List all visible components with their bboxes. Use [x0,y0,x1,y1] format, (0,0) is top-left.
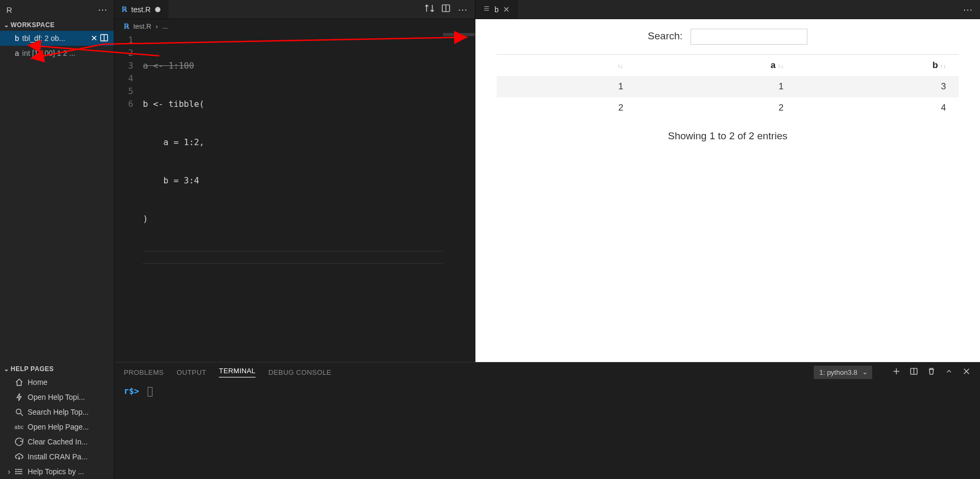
column-header-b[interactable]: b↑↓ [796,55,959,77]
code-editor[interactable]: 1 2 3 4 5 6 a <- 1:100 b <- tibble( a = … [114,33,475,290]
help-install-cran[interactable]: Install CRAN Pa... [0,449,114,464]
workspace-item-b[interactable]: b tbl_df: 2 ob... ✕ [0,31,114,46]
help-home[interactable]: Home [0,375,114,390]
new-terminal-icon[interactable] [892,367,900,377]
editor-more-icon[interactable]: ⋯ [458,4,467,15]
table-summary: Showing 1 to 2 of 2 entries [497,130,959,142]
code-line-6 [143,251,475,264]
help-open-topic[interactable]: Open Help Topi... [0,390,114,405]
close-icon[interactable]: ✕ [91,33,98,43]
breadcrumb[interactable]: ℝ test.R › ... [114,19,475,33]
help-search-topic[interactable]: Search Help Top... [0,405,114,419]
column-header-index[interactable]: ↑↓ [497,55,636,77]
sort-icon: ↑↓ [940,63,946,69]
workspace-section-header[interactable]: ⌄ WORKSPACE [0,19,114,31]
minimap[interactable] [443,33,475,36]
code-line-2: b <- tibble( [143,98,475,111]
code-line-4: b = 3:4 [143,174,475,187]
svg-point-8 [15,471,16,472]
tab-data-b[interactable]: b ✕ [475,0,518,19]
bottom-panel: PROBLEMS OUTPUT TERMINAL DEBUG CONSOLE 1… [114,362,980,479]
cloud-download-icon [14,452,24,461]
svg-line-3 [21,414,23,416]
chevron-down-icon: ⌄ [2,365,11,373]
terminal-cursor [148,387,152,397]
panel-tab-output[interactable]: OUTPUT [176,368,206,376]
sort-icon: ↑↓ [778,63,783,69]
sidebar: R ⋯ ⌄ WORKSPACE b tbl_df: 2 ob... ✕ a in… [0,0,114,479]
close-icon[interactable]: ✕ [503,5,510,14]
list-icon [14,467,24,476]
data-icon [483,5,490,14]
tab-test-r[interactable]: ℝ test.R [114,0,168,19]
kill-terminal-icon[interactable] [927,367,935,377]
panel-tab-debug[interactable]: DEBUG CONSOLE [268,368,331,376]
split-terminal-icon[interactable] [910,367,918,377]
lightning-icon [14,393,24,401]
chevron-down-icon: ⌄ [2,21,11,29]
table-row[interactable]: 1 1 3 [497,76,959,97]
sort-icon: ↑↓ [617,63,623,69]
line-gutter: 1 2 3 4 5 6 [114,34,143,289]
panel-tab-problems[interactable]: PROBLEMS [124,368,164,376]
maximize-panel-icon[interactable] [945,367,953,377]
r-file-icon: ℝ [122,5,127,13]
sidebar-more-icon[interactable]: ⋯ [98,4,107,15]
workspace-item-a[interactable]: a int [1:100] 1 2 ... [0,46,114,61]
open-viewer-icon[interactable] [100,33,108,44]
editor-pane-viewer: b ✕ ⋯ Search: [475,0,980,362]
svg-point-2 [16,409,21,414]
sidebar-title: R [6,5,12,14]
help-section-header[interactable]: ⌄ HELP PAGES [0,363,114,375]
help-topics-by[interactable]: › Help Topics by ... [0,464,114,479]
chevron-right-icon: › [156,22,158,30]
split-editor-icon[interactable] [441,4,450,15]
tab-label: test.R [131,5,151,14]
terminal-prompt: r$> [124,386,139,396]
search-label: Search: [648,30,683,41]
help-label: HELP PAGES [11,365,54,373]
dirty-indicator-icon [155,7,160,12]
compare-changes-icon[interactable] [425,4,434,15]
help-open-page[interactable]: abc Open Help Page... [0,419,114,434]
terminal-selector[interactable]: 1: python3.8 [814,366,872,379]
chevron-right-icon: › [4,467,14,476]
column-header-a[interactable]: a↑↓ [636,55,796,77]
terminal[interactable]: r$> [114,382,980,479]
search-input[interactable] [691,29,807,45]
help-clear-cache[interactable]: Clear Cached In... [0,434,114,449]
panel-tab-terminal[interactable]: TERMINAL [219,367,255,377]
svg-point-7 [15,469,16,469]
refresh-icon [14,438,24,446]
svg-point-9 [15,473,16,474]
code-line-1: a <- 1:100 [143,61,194,71]
search-icon [14,408,24,416]
abc-icon: abc [14,424,24,430]
data-table: ↑↓ a↑↓ b↑↓ 1 1 3 2 [497,54,959,119]
home-icon [14,378,24,386]
close-panel-icon[interactable] [962,367,970,377]
code-line-3: a = 1:2, [143,136,475,149]
table-row[interactable]: 2 2 4 [497,97,959,119]
workspace-label: WORKSPACE [11,21,55,29]
editor-pane-code: ℝ test.R ⋯ ℝ test.R › ... [114,0,475,362]
viewer-more-icon[interactable]: ⋯ [963,4,973,15]
r-file-icon: ℝ [124,22,129,30]
tab-label: b [495,5,499,14]
code-line-5: ) [143,213,475,225]
